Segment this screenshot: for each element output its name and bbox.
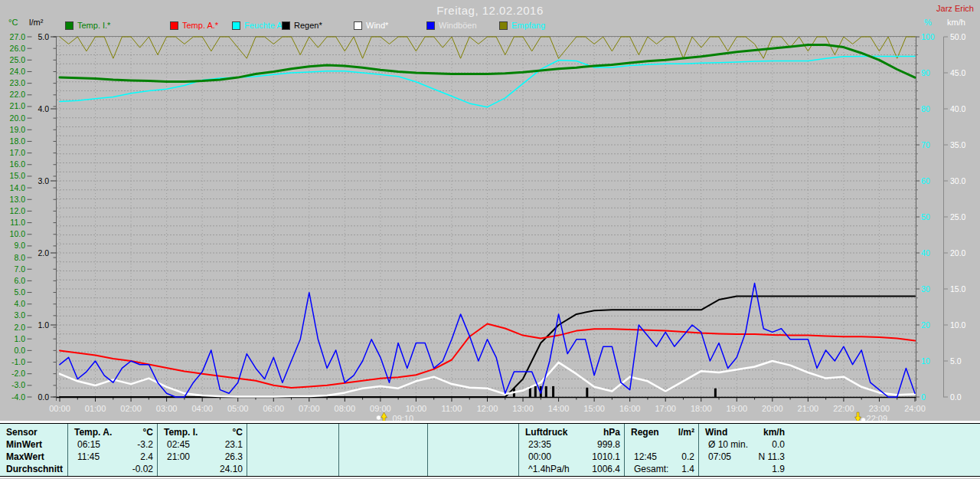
summary-wind-row0: Ø 10 min.0.0 <box>699 438 789 451</box>
svg-text:10.0: 10.0 <box>950 320 966 330</box>
svg-text:100: 100 <box>921 32 935 41</box>
svg-text:15.0: 15.0 <box>950 284 966 294</box>
summary-temp-i-row1-value: 26.3 <box>225 451 247 463</box>
svg-text:23.0: 23.0 <box>10 78 26 87</box>
svg-text:15:00: 15:00 <box>583 404 605 413</box>
summary-temp-i-row1-label: 21:00 <box>158 451 190 463</box>
svg-text:14:00: 14:00 <box>548 404 570 413</box>
summary-regen-row2-value: 1.4 <box>681 463 698 475</box>
summary-header-temp-i-value: °C <box>233 426 247 438</box>
svg-text:07:00: 07:00 <box>299 404 320 413</box>
summary-temp-a-row0: 06:15-3.2 <box>68 438 157 451</box>
summary-header-temp-i-label: Temp. I. <box>158 426 198 438</box>
summary-regen-row2-label: Gesamt: <box>625 463 668 475</box>
svg-text:22:09: 22:09 <box>867 414 888 423</box>
summary-temp-a-row1-value: 2.4 <box>140 451 157 463</box>
summary-col-wind: Windkm/hØ 10 min.0.007:05N 11.31.9 <box>698 424 789 476</box>
axis-time: 00:0001:0002:0003:0004:0005:0006:0007:00… <box>49 398 926 414</box>
summary-temp-a-row0-value: -3.2 <box>137 438 157 451</box>
svg-text:18.0: 18.0 <box>10 136 26 146</box>
svg-text:27.0: 27.0 <box>10 32 26 41</box>
summary-temp-i-row0: 02:4523.1 <box>158 438 247 451</box>
summary-temp-a-row1: 11:452.4 <box>68 451 157 463</box>
svg-text:08:00: 08:00 <box>335 404 356 413</box>
svg-text:50: 50 <box>921 212 930 221</box>
summary-table: SensorMinWertMaxWertDurchschnittTemp. A.… <box>0 423 980 477</box>
svg-text:40.0: 40.0 <box>950 104 966 113</box>
svg-text:14.0: 14.0 <box>10 183 26 192</box>
sunrise-marker: 09:10 <box>377 412 414 423</box>
svg-text:1.0: 1.0 <box>38 320 49 330</box>
summary-wind-row0-value: 0.0 <box>772 438 789 451</box>
summary-luftdruck-row2-label: ^1.4hPa/h <box>519 463 570 475</box>
svg-text:16.0: 16.0 <box>10 159 26 169</box>
summary-temp-a-row1-label: 11:45 <box>68 451 100 463</box>
row-label-sensor: Sensor <box>0 426 67 438</box>
summary-wind-row0-label: Ø 10 min. <box>699 438 748 451</box>
summary-filler <box>789 424 980 476</box>
summary-luftdruck-row2-value: 1006.4 <box>592 463 624 475</box>
svg-text:11.0: 11.0 <box>10 218 25 227</box>
weather-station-screen: Freitag, 12.02.2016 Jarz Erich °C l/m² %… <box>0 0 980 479</box>
svg-text:5.0: 5.0 <box>14 287 25 297</box>
row-label-text: MaxWert <box>0 451 44 463</box>
svg-text:13.0: 13.0 <box>10 195 26 204</box>
summary-header-regen-value: l/m² <box>678 426 698 438</box>
svg-text:8.0: 8.0 <box>14 253 25 262</box>
summary-wind-row2-value: 1.9 <box>772 463 789 475</box>
summary-regen-row0 <box>625 438 698 451</box>
svg-text:35.0: 35.0 <box>950 140 966 149</box>
svg-text:10.0: 10.0 <box>10 229 26 238</box>
summary-temp-i-row1: 21:0026.3 <box>158 451 247 463</box>
summary-wind-row2: 1.9 <box>699 463 789 475</box>
svg-text:20.0: 20.0 <box>10 113 26 123</box>
axis-temp-c: 27.026.025.024.023.022.021.020.019.018.0… <box>10 32 57 402</box>
svg-text:24:00: 24:00 <box>904 404 926 413</box>
svg-text:4.0: 4.0 <box>38 104 49 113</box>
svg-text:20.0: 20.0 <box>950 248 966 258</box>
svg-text:12:00: 12:00 <box>477 404 498 413</box>
summary-empty-4-row0 <box>428 438 518 451</box>
summary-regen-row2: Gesamt:1.4 <box>625 463 698 475</box>
svg-text:3.0: 3.0 <box>14 310 25 320</box>
svg-text:7.0: 7.0 <box>14 264 25 274</box>
svg-text:21:00: 21:00 <box>798 404 819 413</box>
summary-header-luftdruck-label: Luftdruck <box>519 426 567 438</box>
summary-temp-a-row2: -0.02 <box>68 463 157 475</box>
summary-luftdruck-row1: 00:001010.1 <box>519 451 624 463</box>
svg-text:21.0: 21.0 <box>10 101 26 110</box>
row-label-text: Sensor <box>0 426 38 438</box>
svg-text:90: 90 <box>921 68 930 77</box>
svg-text:1.0: 1.0 <box>14 334 25 343</box>
summary-luftdruck-row0: 23:35999.8 <box>519 438 624 451</box>
svg-text:26.0: 26.0 <box>10 44 26 53</box>
summary-col-empty-2 <box>247 424 338 476</box>
summary-empty-4-row1 <box>428 451 518 463</box>
svg-text:50.0: 50.0 <box>950 32 966 41</box>
svg-text:22.0: 22.0 <box>10 90 26 99</box>
summary-col-temp-i: Temp. I.°C02:4523.121:0026.324.10 <box>157 424 247 476</box>
summary-luftdruck-row0-label: 23:35 <box>519 438 551 451</box>
svg-text:3.0: 3.0 <box>38 176 49 185</box>
summary-temp-i-row2: 24.10 <box>158 463 247 475</box>
summary-header-regen: Regenl/m² <box>625 426 698 438</box>
row-label-minwert: MinWert <box>0 438 67 451</box>
summary-row-labels: SensorMinWertMaxWertDurchschnitt <box>0 424 67 476</box>
svg-text:15.0: 15.0 <box>10 171 26 180</box>
summary-empty-3-row0 <box>339 438 427 451</box>
svg-text:0.0: 0.0 <box>950 392 962 402</box>
summary-col-empty-3 <box>338 424 427 476</box>
series-windb-en <box>60 284 915 398</box>
svg-text:30: 30 <box>921 284 930 294</box>
svg-text:09:00: 09:00 <box>370 404 391 413</box>
svg-text:01:00: 01:00 <box>85 404 106 413</box>
svg-text:05:00: 05:00 <box>227 404 249 413</box>
summary-header-wind: Windkm/h <box>699 426 789 438</box>
sunset-marker: 22:09 <box>855 412 888 423</box>
svg-text:09:10: 09:10 <box>393 414 414 423</box>
summary-temp-a-row2-value: -0.02 <box>132 463 157 475</box>
summary-header-empty-3 <box>339 426 427 438</box>
svg-text:24.0: 24.0 <box>10 67 26 76</box>
summary-temp-i-row2-value: 24.10 <box>220 463 247 475</box>
summary-header-empty-2 <box>247 426 338 438</box>
